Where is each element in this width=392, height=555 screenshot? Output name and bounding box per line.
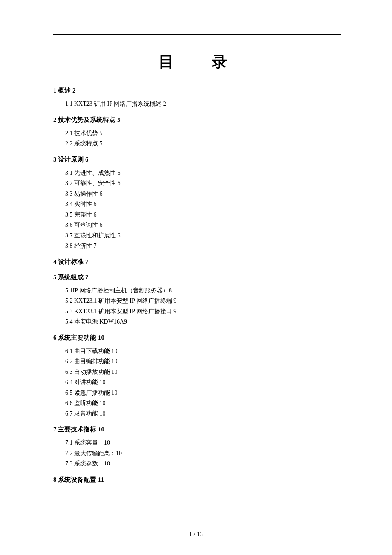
subsection-item: 5.1IP 网络广播控制主机（音频服务器）8 <box>65 286 341 296</box>
section-heading: 6 系统主要功能 10 <box>53 332 341 343</box>
subsection-item: 6.3 自动播放功能 10 <box>65 367 341 378</box>
subsection-item: 3.5 完整性 6 <box>65 210 341 220</box>
subsection-item: 6.7 录音功能 10 <box>65 409 341 419</box>
toc-body: 1 概述 21.1 KXT23 矿用 IP 网络广播系统概述 22 技术优势及系… <box>53 85 341 485</box>
subsection-item: 3.8 经济性 7 <box>65 241 341 251</box>
section-heading: 8 系统设备配置 11 <box>53 474 341 485</box>
subsection-item: 5.4 本安电源 KDW16A9 <box>65 317 341 327</box>
section-heading: 3 设计原则 6 <box>53 154 341 165</box>
subsection-item: 5.3 KXT23.1 矿用本安型 IP 网络广播接口 9 <box>65 306 341 317</box>
subsection-list: 7.1 系统容量：107.2 最大传输距离：107.3 系统参数：10 <box>53 438 341 469</box>
subsection-item: 6.2 曲目编排功能 10 <box>65 356 341 367</box>
subsection-item: 1.1 KXT23 矿用 IP 网络广播系统概述 2 <box>65 99 341 110</box>
subsection-item: 7.2 最大传输距离：10 <box>65 448 341 459</box>
subsection-item: 3.6 可查询性 6 <box>65 220 341 231</box>
subsection-item: 7.3 系统参数：10 <box>65 459 341 469</box>
toc-title: 目 录 <box>62 52 341 72</box>
subsection-list: 5.1IP 网络广播控制主机（音频服务器）85.2 KXT23.1 矿用本安型 … <box>53 286 341 327</box>
subsection-item: 3.4 实时性 6 <box>65 199 341 210</box>
page-footer: 1 / 13 <box>0 531 392 538</box>
subsection-item: 6.1 曲目下载功能 10 <box>65 346 341 357</box>
subsection-list: 6.1 曲目下载功能 106.2 曲目编排功能 106.3 自动播放功能 106… <box>53 346 341 419</box>
subsection-list: 2.1 技术优势 52.2 系统特点 5 <box>53 128 341 149</box>
subsection-item: 3.2 可靠性、安全性 6 <box>65 178 341 189</box>
subsection-item: 3.7 互联性和扩展性 6 <box>65 231 341 241</box>
subsection-item: 2.1 技术优势 5 <box>65 128 341 139</box>
subsection-item: 2.2 系统特点 5 <box>65 139 341 149</box>
subsection-list: 1.1 KXT23 矿用 IP 网络广播系统概述 2 <box>53 99 341 110</box>
subsection-item: 6.4 对讲功能 10 <box>65 377 341 388</box>
section-heading: 1 概述 2 <box>53 85 341 95</box>
subsection-item: 7.1 系统容量：10 <box>65 438 341 448</box>
subsection-item: 3.3 易操作性 6 <box>65 189 341 199</box>
subsection-item: 5.2 KXT23.1 矿用本安型 IP 网络广播终端 9 <box>65 296 341 306</box>
subsection-item: 6.6 监听功能 10 <box>65 398 341 409</box>
section-heading: 7 主要技术指标 10 <box>53 424 341 434</box>
subsection-item: 3.1 先进性、成熟性 6 <box>65 168 341 179</box>
page-content: 目 录 1 概述 21.1 KXT23 矿用 IP 网络广播系统概述 22 技术… <box>0 0 392 505</box>
section-heading: 5 系统组成 7 <box>53 272 341 282</box>
section-heading: 4 设计标准 7 <box>53 257 341 267</box>
header-rule <box>53 34 341 35</box>
section-heading: 2 技术优势及系统特点 5 <box>53 115 341 125</box>
subsection-item: 6.5 紧急广播功能 10 <box>65 388 341 399</box>
subsection-list: 3.1 先进性、成熟性 63.2 可靠性、安全性 63.3 易操作性 63.4 … <box>53 168 341 251</box>
